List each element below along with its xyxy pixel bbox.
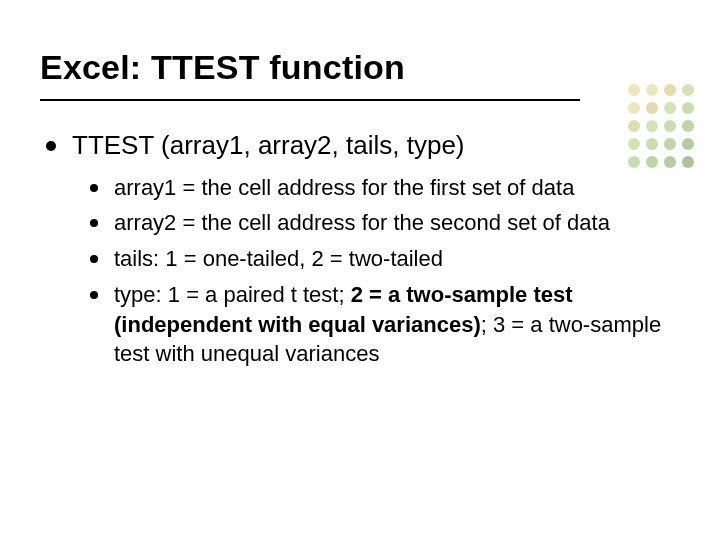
dot-icon: [682, 84, 694, 96]
list-item: tails: 1 = one-tailed, 2 = two-tailed: [90, 244, 680, 274]
dot-icon: [646, 84, 658, 96]
dot-icon: [682, 120, 694, 132]
text-segment: type: 1 = a paired t test;: [114, 282, 351, 307]
bullet-list-level1: TTEST (array1, array2, tails, type) arra…: [44, 129, 680, 369]
dot-icon: [646, 102, 658, 114]
dot-icon: [682, 138, 694, 150]
dot-icon: [646, 138, 658, 150]
slide: Excel: TTEST function TTEST (array1, arr…: [0, 0, 720, 540]
text-segment: array2 = the cell address for the second…: [114, 210, 610, 235]
dot-icon: [628, 156, 640, 168]
dot-icon: [628, 120, 640, 132]
dot-icon: [646, 120, 658, 132]
text-segment: array1 = the cell address for the first …: [114, 175, 574, 200]
dot-icon: [628, 138, 640, 150]
main-point-text: TTEST (array1, array2, tails, type): [72, 130, 465, 160]
dot-icon: [646, 156, 658, 168]
bullet-list-level2: array1 = the cell address for the first …: [90, 173, 680, 369]
slide-title: Excel: TTEST function: [40, 48, 680, 87]
list-item: array2 = the cell address for the second…: [90, 208, 680, 238]
dot-icon: [682, 102, 694, 114]
list-item: array1 = the cell address for the first …: [90, 173, 680, 203]
dot-icon: [664, 120, 676, 132]
dot-icon: [682, 156, 694, 168]
dot-icon: [628, 102, 640, 114]
dot-icon: [628, 84, 640, 96]
text-segment: tails: 1 = one-tailed, 2 = two-tailed: [114, 246, 443, 271]
dot-icon: [664, 84, 676, 96]
title-underline: [40, 99, 580, 101]
list-item: TTEST (array1, array2, tails, type) arra…: [44, 129, 680, 369]
dot-icon: [664, 156, 676, 168]
dot-icon: [664, 138, 676, 150]
decorative-dots: [628, 84, 696, 170]
list-item: type: 1 = a paired t test; 2 = a two-sam…: [90, 280, 680, 369]
dot-icon: [664, 102, 676, 114]
